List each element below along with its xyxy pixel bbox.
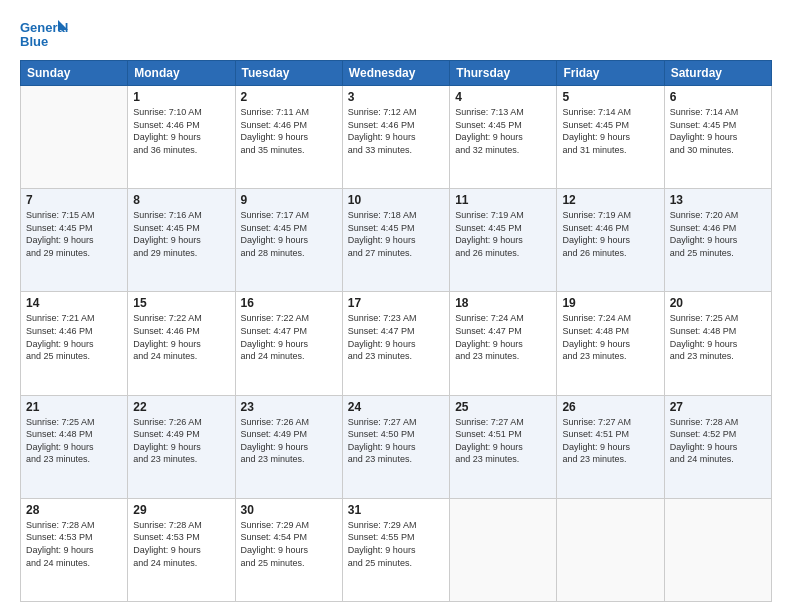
col-header-tuesday: Tuesday <box>235 61 342 86</box>
day-number: 9 <box>241 193 337 207</box>
calendar-table: SundayMondayTuesdayWednesdayThursdayFrid… <box>20 60 772 602</box>
calendar-cell: 7Sunrise: 7:15 AM Sunset: 4:45 PM Daylig… <box>21 189 128 292</box>
week-row-2: 7Sunrise: 7:15 AM Sunset: 4:45 PM Daylig… <box>21 189 772 292</box>
cell-info: Sunrise: 7:29 AM Sunset: 4:54 PM Dayligh… <box>241 519 337 569</box>
cell-info: Sunrise: 7:28 AM Sunset: 4:53 PM Dayligh… <box>26 519 122 569</box>
cell-info: Sunrise: 7:29 AM Sunset: 4:55 PM Dayligh… <box>348 519 444 569</box>
calendar-cell: 4Sunrise: 7:13 AM Sunset: 4:45 PM Daylig… <box>450 86 557 189</box>
cell-info: Sunrise: 7:24 AM Sunset: 4:48 PM Dayligh… <box>562 312 658 362</box>
calendar-cell: 2Sunrise: 7:11 AM Sunset: 4:46 PM Daylig… <box>235 86 342 189</box>
header: GeneralBlue <box>20 18 772 50</box>
day-number: 18 <box>455 296 551 310</box>
day-number: 16 <box>241 296 337 310</box>
calendar-cell: 6Sunrise: 7:14 AM Sunset: 4:45 PM Daylig… <box>664 86 771 189</box>
page: GeneralBlue SundayMondayTuesdayWednesday… <box>0 0 792 612</box>
calendar-cell: 15Sunrise: 7:22 AM Sunset: 4:46 PM Dayli… <box>128 292 235 395</box>
day-number: 5 <box>562 90 658 104</box>
cell-info: Sunrise: 7:22 AM Sunset: 4:46 PM Dayligh… <box>133 312 229 362</box>
calendar-cell: 27Sunrise: 7:28 AM Sunset: 4:52 PM Dayli… <box>664 395 771 498</box>
cell-info: Sunrise: 7:22 AM Sunset: 4:47 PM Dayligh… <box>241 312 337 362</box>
day-number: 6 <box>670 90 766 104</box>
cell-info: Sunrise: 7:19 AM Sunset: 4:45 PM Dayligh… <box>455 209 551 259</box>
cell-info: Sunrise: 7:28 AM Sunset: 4:52 PM Dayligh… <box>670 416 766 466</box>
calendar-cell: 16Sunrise: 7:22 AM Sunset: 4:47 PM Dayli… <box>235 292 342 395</box>
week-row-5: 28Sunrise: 7:28 AM Sunset: 4:53 PM Dayli… <box>21 498 772 601</box>
cell-info: Sunrise: 7:12 AM Sunset: 4:46 PM Dayligh… <box>348 106 444 156</box>
day-number: 19 <box>562 296 658 310</box>
day-number: 20 <box>670 296 766 310</box>
day-number: 27 <box>670 400 766 414</box>
day-number: 3 <box>348 90 444 104</box>
cell-info: Sunrise: 7:27 AM Sunset: 4:51 PM Dayligh… <box>562 416 658 466</box>
cell-info: Sunrise: 7:18 AM Sunset: 4:45 PM Dayligh… <box>348 209 444 259</box>
calendar-cell: 28Sunrise: 7:28 AM Sunset: 4:53 PM Dayli… <box>21 498 128 601</box>
cell-info: Sunrise: 7:21 AM Sunset: 4:46 PM Dayligh… <box>26 312 122 362</box>
col-header-sunday: Sunday <box>21 61 128 86</box>
day-number: 15 <box>133 296 229 310</box>
cell-info: Sunrise: 7:25 AM Sunset: 4:48 PM Dayligh… <box>670 312 766 362</box>
week-row-4: 21Sunrise: 7:25 AM Sunset: 4:48 PM Dayli… <box>21 395 772 498</box>
calendar-cell: 5Sunrise: 7:14 AM Sunset: 4:45 PM Daylig… <box>557 86 664 189</box>
calendar-cell: 3Sunrise: 7:12 AM Sunset: 4:46 PM Daylig… <box>342 86 449 189</box>
logo: GeneralBlue <box>20 18 70 50</box>
day-number: 17 <box>348 296 444 310</box>
day-number: 13 <box>670 193 766 207</box>
cell-info: Sunrise: 7:17 AM Sunset: 4:45 PM Dayligh… <box>241 209 337 259</box>
calendar-cell: 29Sunrise: 7:28 AM Sunset: 4:53 PM Dayli… <box>128 498 235 601</box>
week-row-1: 1Sunrise: 7:10 AM Sunset: 4:46 PM Daylig… <box>21 86 772 189</box>
calendar-cell <box>450 498 557 601</box>
col-header-friday: Friday <box>557 61 664 86</box>
calendar-cell: 14Sunrise: 7:21 AM Sunset: 4:46 PM Dayli… <box>21 292 128 395</box>
col-header-thursday: Thursday <box>450 61 557 86</box>
calendar-cell: 10Sunrise: 7:18 AM Sunset: 4:45 PM Dayli… <box>342 189 449 292</box>
day-number: 25 <box>455 400 551 414</box>
calendar-cell <box>557 498 664 601</box>
day-number: 8 <box>133 193 229 207</box>
cell-info: Sunrise: 7:27 AM Sunset: 4:51 PM Dayligh… <box>455 416 551 466</box>
cell-info: Sunrise: 7:13 AM Sunset: 4:45 PM Dayligh… <box>455 106 551 156</box>
col-header-monday: Monday <box>128 61 235 86</box>
day-number: 28 <box>26 503 122 517</box>
calendar-cell: 12Sunrise: 7:19 AM Sunset: 4:46 PM Dayli… <box>557 189 664 292</box>
calendar-cell: 25Sunrise: 7:27 AM Sunset: 4:51 PM Dayli… <box>450 395 557 498</box>
day-number: 10 <box>348 193 444 207</box>
calendar-cell <box>21 86 128 189</box>
cell-info: Sunrise: 7:26 AM Sunset: 4:49 PM Dayligh… <box>241 416 337 466</box>
calendar-cell: 9Sunrise: 7:17 AM Sunset: 4:45 PM Daylig… <box>235 189 342 292</box>
calendar-cell: 21Sunrise: 7:25 AM Sunset: 4:48 PM Dayli… <box>21 395 128 498</box>
cell-info: Sunrise: 7:23 AM Sunset: 4:47 PM Dayligh… <box>348 312 444 362</box>
calendar-header-row: SundayMondayTuesdayWednesdayThursdayFrid… <box>21 61 772 86</box>
cell-info: Sunrise: 7:24 AM Sunset: 4:47 PM Dayligh… <box>455 312 551 362</box>
day-number: 31 <box>348 503 444 517</box>
day-number: 7 <box>26 193 122 207</box>
cell-info: Sunrise: 7:26 AM Sunset: 4:49 PM Dayligh… <box>133 416 229 466</box>
calendar-cell: 31Sunrise: 7:29 AM Sunset: 4:55 PM Dayli… <box>342 498 449 601</box>
col-header-saturday: Saturday <box>664 61 771 86</box>
calendar-cell: 19Sunrise: 7:24 AM Sunset: 4:48 PM Dayli… <box>557 292 664 395</box>
calendar-cell: 8Sunrise: 7:16 AM Sunset: 4:45 PM Daylig… <box>128 189 235 292</box>
svg-text:Blue: Blue <box>20 34 48 49</box>
calendar-cell: 13Sunrise: 7:20 AM Sunset: 4:46 PM Dayli… <box>664 189 771 292</box>
calendar-cell: 17Sunrise: 7:23 AM Sunset: 4:47 PM Dayli… <box>342 292 449 395</box>
cell-info: Sunrise: 7:10 AM Sunset: 4:46 PM Dayligh… <box>133 106 229 156</box>
cell-info: Sunrise: 7:20 AM Sunset: 4:46 PM Dayligh… <box>670 209 766 259</box>
day-number: 24 <box>348 400 444 414</box>
cell-info: Sunrise: 7:14 AM Sunset: 4:45 PM Dayligh… <box>670 106 766 156</box>
calendar-cell: 11Sunrise: 7:19 AM Sunset: 4:45 PM Dayli… <box>450 189 557 292</box>
cell-info: Sunrise: 7:28 AM Sunset: 4:53 PM Dayligh… <box>133 519 229 569</box>
calendar-cell: 23Sunrise: 7:26 AM Sunset: 4:49 PM Dayli… <box>235 395 342 498</box>
calendar-cell: 24Sunrise: 7:27 AM Sunset: 4:50 PM Dayli… <box>342 395 449 498</box>
calendar-cell: 18Sunrise: 7:24 AM Sunset: 4:47 PM Dayli… <box>450 292 557 395</box>
day-number: 23 <box>241 400 337 414</box>
week-row-3: 14Sunrise: 7:21 AM Sunset: 4:46 PM Dayli… <box>21 292 772 395</box>
cell-info: Sunrise: 7:11 AM Sunset: 4:46 PM Dayligh… <box>241 106 337 156</box>
day-number: 2 <box>241 90 337 104</box>
cell-info: Sunrise: 7:25 AM Sunset: 4:48 PM Dayligh… <box>26 416 122 466</box>
day-number: 1 <box>133 90 229 104</box>
day-number: 22 <box>133 400 229 414</box>
cell-info: Sunrise: 7:16 AM Sunset: 4:45 PM Dayligh… <box>133 209 229 259</box>
day-number: 11 <box>455 193 551 207</box>
cell-info: Sunrise: 7:27 AM Sunset: 4:50 PM Dayligh… <box>348 416 444 466</box>
logo-svg: GeneralBlue <box>20 18 70 50</box>
calendar-cell: 30Sunrise: 7:29 AM Sunset: 4:54 PM Dayli… <box>235 498 342 601</box>
